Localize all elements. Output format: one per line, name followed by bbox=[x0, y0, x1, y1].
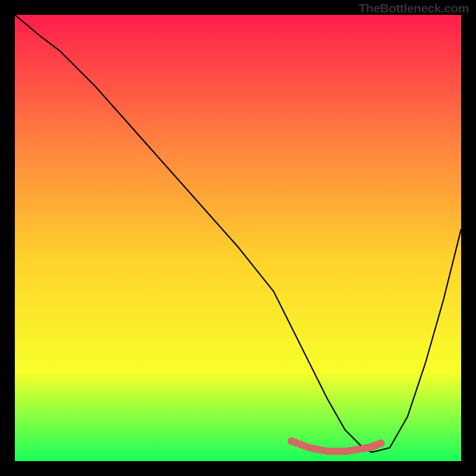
watermark-text: TheBottleneck.com bbox=[359, 1, 469, 15]
chart-svg bbox=[15, 15, 461, 461]
chart-plot-area bbox=[15, 15, 461, 461]
optimal-band-dot bbox=[377, 440, 385, 447]
gradient-background bbox=[15, 15, 461, 461]
